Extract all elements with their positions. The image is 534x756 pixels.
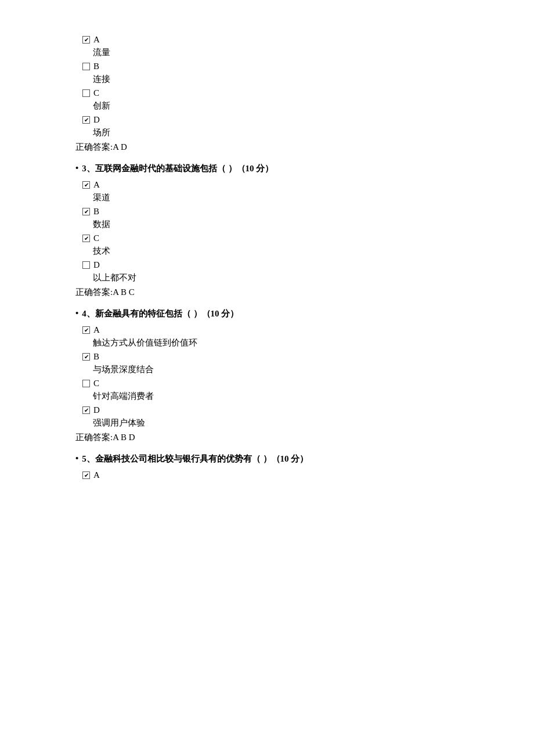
checkbox-q3-c[interactable] bbox=[82, 235, 90, 242]
option-label-q3-c: C bbox=[93, 233, 99, 243]
option-text-q4-c: 针对高端消费者 bbox=[93, 391, 459, 402]
correct-answer-q4: 正确答案:A B D bbox=[75, 432, 459, 443]
question-4: • 4、新金融具有的特征包括（ ）（10 分） A 触达方式从价值链到价值环 B… bbox=[75, 308, 459, 443]
option-label-q3-a: A bbox=[93, 180, 100, 190]
checkbox-a[interactable] bbox=[82, 36, 90, 44]
checkbox-b[interactable] bbox=[82, 63, 90, 70]
checkbox-q5-a[interactable] bbox=[82, 471, 90, 479]
option-text-q3-a: 渠道 bbox=[93, 192, 459, 203]
option-label-d: D bbox=[93, 115, 100, 125]
option-label-b: B bbox=[93, 62, 99, 71]
option-row-q4-a: A bbox=[82, 325, 459, 335]
option-row-q3-b: B bbox=[82, 207, 459, 217]
option-row-q4-c: C bbox=[82, 379, 459, 388]
options-section-q4: A 触达方式从价值链到价值环 B 与场景深度结合 C 针对高端消费者 D 强调用… bbox=[81, 325, 459, 429]
checkbox-d[interactable] bbox=[82, 116, 90, 124]
option-row-d: D bbox=[82, 115, 459, 125]
option-row-q3-a: A bbox=[82, 180, 459, 190]
option-row-b: B bbox=[82, 62, 459, 71]
option-row-a: A bbox=[82, 35, 459, 45]
correct-answer-q2: 正确答案:A D bbox=[75, 142, 459, 153]
option-row-q5-a: A bbox=[82, 470, 459, 480]
option-label-a: A bbox=[93, 35, 100, 45]
checkbox-q3-b[interactable] bbox=[82, 208, 90, 215]
option-row-q3-d: D bbox=[82, 260, 459, 270]
options-section-q2: A 流量 B 连接 C 创新 D 场所 bbox=[81, 35, 459, 138]
option-label-q4-a: A bbox=[93, 325, 100, 335]
checkbox-c[interactable] bbox=[82, 89, 90, 97]
checkbox-q3-a[interactable] bbox=[82, 181, 90, 189]
option-text-q4-d: 强调用户体验 bbox=[93, 417, 459, 429]
option-text-q4-b: 与场景深度结合 bbox=[93, 364, 459, 375]
question-5-text: 5、金融科技公司相比较与银行具有的优势有（ ）（10 分） bbox=[82, 453, 308, 465]
option-text-d: 场所 bbox=[93, 127, 459, 138]
bullet-q4: • bbox=[75, 308, 78, 318]
question-5-title: • 5、金融科技公司相比较与银行具有的优势有（ ）（10 分） bbox=[75, 453, 459, 465]
option-label-q4-b: B bbox=[93, 352, 99, 362]
option-label-q4-c: C bbox=[93, 379, 99, 388]
question-3-title: • 3、互联网金融时代的基础设施包括（ ）（10 分） bbox=[75, 163, 459, 174]
option-row-c: C bbox=[82, 88, 459, 98]
option-text-c: 创新 bbox=[93, 100, 459, 111]
option-label-q3-d: D bbox=[93, 260, 100, 270]
option-row-q4-b: B bbox=[82, 352, 459, 362]
option-text-q3-d: 以上都不对 bbox=[93, 272, 459, 283]
option-text-q3-b: 数据 bbox=[93, 219, 459, 230]
option-label-q4-d: D bbox=[93, 405, 100, 415]
options-section-q3: A 渠道 B 数据 C 技术 D 以上都不对 bbox=[81, 180, 459, 283]
option-label-q5-a: A bbox=[93, 470, 100, 480]
correct-answer-q3: 正确答案:A B C bbox=[75, 287, 459, 298]
option-text-a: 流量 bbox=[93, 47, 459, 58]
bullet-q5: • bbox=[75, 453, 78, 463]
option-text-q3-c: 技术 bbox=[93, 246, 459, 257]
option-label-c: C bbox=[93, 88, 99, 98]
option-text-q4-a: 触达方式从价值链到价值环 bbox=[93, 337, 459, 348]
question-4-text: 4、新金融具有的特征包括（ ）（10 分） bbox=[82, 308, 239, 319]
checkbox-q4-b[interactable] bbox=[82, 353, 90, 361]
question-5: • 5、金融科技公司相比较与银行具有的优势有（ ）（10 分） A bbox=[75, 453, 459, 480]
question-4-title: • 4、新金融具有的特征包括（ ）（10 分） bbox=[75, 308, 459, 319]
checkbox-q3-d[interactable] bbox=[82, 261, 90, 269]
option-row-q4-d: D bbox=[82, 405, 459, 415]
option-text-b: 连接 bbox=[93, 74, 459, 85]
checkbox-q4-a[interactable] bbox=[82, 326, 90, 334]
question-continuation: A 流量 B 连接 C 创新 D 场所 正确答案:A D bbox=[75, 35, 459, 153]
question-3-text: 3、互联网金融时代的基础设施包括（ ）（10 分） bbox=[82, 163, 273, 174]
bullet-q3: • bbox=[75, 163, 78, 173]
option-label-q3-b: B bbox=[93, 207, 99, 217]
checkbox-q4-d[interactable] bbox=[82, 406, 90, 414]
options-section-q5: A bbox=[81, 470, 459, 480]
question-3: • 3、互联网金融时代的基础设施包括（ ）（10 分） A 渠道 B 数据 C … bbox=[75, 163, 459, 298]
checkbox-q4-c[interactable] bbox=[82, 380, 90, 387]
option-row-q3-c: C bbox=[82, 233, 459, 243]
